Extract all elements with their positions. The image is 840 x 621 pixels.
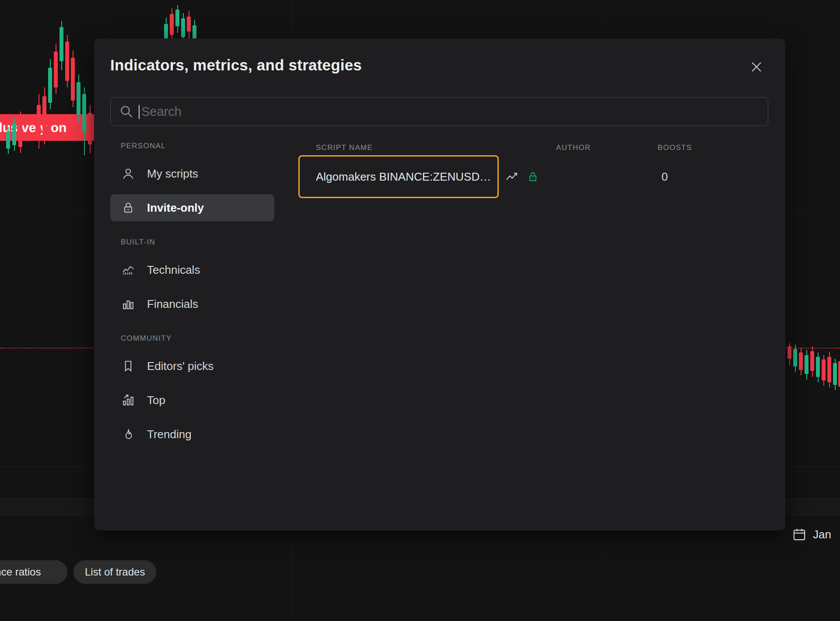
candle [60, 27, 63, 61]
strategy-icon [505, 155, 519, 198]
sidebar-item-label: Technicals [147, 263, 200, 277]
technicals-icon [121, 262, 136, 277]
candle [37, 105, 41, 138]
sidebar-item-invite-only[interactable]: Invite-only [110, 194, 274, 221]
sidebar-item-label: Trending [147, 428, 192, 441]
candle [833, 363, 837, 385]
candle [88, 113, 92, 144]
tab-label: List of trades [85, 566, 145, 578]
calendar-icon [792, 527, 807, 542]
lock-icon [121, 200, 136, 215]
lock-icon [527, 155, 539, 198]
selected-script-box[interactable]: Algomakers BINANCE:ZENUSD… [298, 155, 499, 198]
close-icon [750, 60, 763, 73]
sidebar-item-top[interactable]: Top [110, 387, 274, 414]
sidebar-item-trending[interactable]: Trending [110, 421, 274, 448]
close-button[interactable] [747, 57, 766, 77]
candle [77, 82, 80, 115]
sidebar-item-label: Invite-only [147, 201, 204, 215]
sidebar-item-editors-picks[interactable]: Editors' picks [110, 352, 274, 380]
user-icon [121, 166, 136, 181]
section-header-built-in: BUILT-IN [110, 238, 274, 247]
candle [6, 131, 10, 149]
column-header-author: AUTHOR [556, 143, 591, 152]
flame-icon [121, 427, 136, 442]
tab-performance-ratios[interactable]: ance ratios [0, 560, 67, 584]
candle [192, 25, 196, 40]
candle [18, 117, 22, 147]
search-icon [119, 104, 134, 119]
candle [187, 17, 191, 31]
section-header-community: COMMUNITY [110, 334, 274, 343]
candle [827, 357, 831, 382]
script-row[interactable]: Algomakers BINANCE:ZENUSD… 0 [298, 155, 769, 198]
candle [793, 349, 797, 366]
date-range-widget[interactable]: Jan [792, 527, 831, 542]
section-header-personal: PERSONAL [110, 142, 274, 150]
candle [48, 68, 52, 103]
candle [175, 10, 179, 26]
tab-list-of-trades[interactable]: List of trades [74, 560, 156, 584]
candle [170, 14, 174, 35]
candle [42, 96, 46, 136]
dialog-sidebar: PERSONAL My scripts Invite-only BUILT-IN [110, 142, 274, 455]
date-label: Jan [813, 528, 831, 541]
text-caret [139, 105, 140, 119]
tab-label: ance ratios [0, 566, 41, 578]
candle [54, 52, 58, 87]
candle [65, 42, 69, 81]
candle [810, 351, 814, 371]
candle [82, 94, 86, 131]
script-name: Algomakers BINANCE:ZENUSD… [316, 170, 491, 184]
candle [788, 346, 791, 359]
candle [805, 355, 808, 374]
top-charts-icon [121, 393, 136, 408]
dialog-title: Indicators, metrics, and strategies [110, 56, 362, 74]
column-header-script-name: SCRIPT NAME [316, 143, 373, 152]
sidebar-item-label: Top [147, 394, 165, 407]
boosts-value: 0 [662, 155, 668, 198]
sidebar-item-technicals[interactable]: Technicals [110, 256, 274, 283]
search-input[interactable] [134, 98, 768, 126]
bookmark-icon [121, 359, 136, 373]
column-header-boosts: BOOSTS [658, 143, 692, 152]
sidebar-item-my-scripts[interactable]: My scripts [110, 160, 274, 187]
candle [799, 352, 803, 370]
candle [12, 123, 16, 145]
candle [71, 58, 75, 101]
candle [822, 359, 826, 380]
sidebar-item-label: Financials [147, 297, 198, 311]
financials-icon [121, 297, 136, 311]
search-box [110, 97, 768, 126]
sidebar-item-label: Editors' picks [147, 359, 214, 373]
candle [816, 357, 820, 377]
indicators-dialog: Indicators, metrics, and strategies PERS… [94, 38, 785, 530]
list-header: SCRIPT NAME AUTHOR BOOSTS [298, 143, 769, 152]
sidebar-item-financials[interactable]: Financials [110, 290, 274, 317]
sidebar-item-label: My scripts [147, 167, 198, 181]
candle [838, 361, 840, 387]
candle [164, 24, 168, 38]
candle [181, 18, 185, 37]
